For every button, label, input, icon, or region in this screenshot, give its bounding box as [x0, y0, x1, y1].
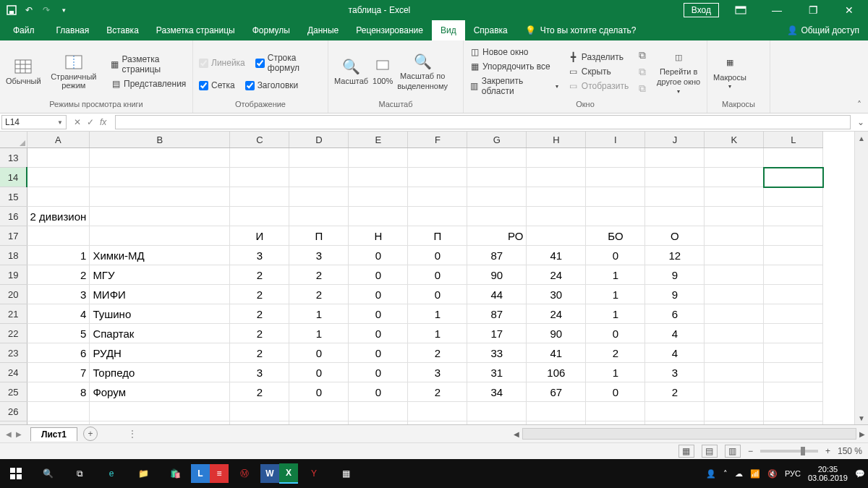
signin-button[interactable]: Вход	[684, 3, 719, 17]
cell-C26[interactable]	[230, 402, 289, 421]
cell-L19[interactable]	[764, 265, 823, 285]
reset-position-icon[interactable]: ⧉	[639, 82, 646, 95]
cell-H14[interactable]	[527, 168, 586, 187]
tab-Формулы[interactable]: Формулы	[244, 20, 299, 40]
cell-C20[interactable]: 2	[230, 285, 289, 304]
yandex-icon[interactable]: Y	[298, 459, 330, 488]
tab-Вставка[interactable]: Вставка	[98, 20, 148, 40]
zoom-100[interactable]: 100%	[373, 58, 393, 85]
select-all[interactable]	[0, 132, 27, 148]
col-header-G[interactable]: G	[467, 132, 527, 148]
wifi-icon[interactable]: 📶	[750, 469, 760, 479]
vertical-scrollbar[interactable]: ▲▼	[854, 132, 868, 424]
cell-H20[interactable]: 30	[527, 285, 586, 304]
cell-C17[interactable]: И	[230, 226, 289, 246]
cell-E17[interactable]: Н	[349, 226, 408, 246]
undo-icon[interactable]: ↶	[23, 4, 35, 16]
view-side-by-side-icon[interactable]: ⧉	[639, 49, 646, 61]
cell-E21[interactable]: 0	[349, 304, 408, 324]
col-header-H[interactable]: H	[527, 132, 586, 148]
cell-L26[interactable]	[764, 402, 823, 421]
add-sheet-icon[interactable]: +	[83, 427, 98, 441]
row-header-22[interactable]: 22	[0, 324, 27, 343]
cell-J21[interactable]: 6	[645, 304, 705, 324]
col-header-I[interactable]: I	[586, 132, 645, 148]
tab-Данные[interactable]: Данные	[299, 20, 347, 40]
cell-D26[interactable]	[289, 402, 349, 421]
cell-L15[interactable]	[764, 187, 823, 207]
sheet-tab[interactable]: Лист1	[30, 427, 77, 441]
tab-Разметка страницы[interactable]: Разметка страницы	[148, 20, 244, 40]
cell-L13[interactable]	[764, 148, 823, 168]
cell-F15[interactable]	[408, 187, 467, 207]
tab-Рецензирование[interactable]: Рецензирование	[347, 20, 432, 40]
formula-input[interactable]	[115, 115, 851, 129]
cell-F14[interactable]	[408, 168, 467, 187]
cell-I22[interactable]: 0	[586, 324, 645, 343]
cell-J20[interactable]: 9	[645, 285, 705, 304]
cell-I19[interactable]: 1	[586, 265, 645, 285]
cell-C21[interactable]: 2	[230, 304, 289, 324]
chk-gridlines[interactable]: Сетка	[199, 80, 235, 90]
cancel-icon[interactable]: ✕	[74, 117, 81, 127]
cell-L18[interactable]	[764, 246, 823, 265]
col-header-F[interactable]: F	[408, 132, 467, 148]
cell-C18[interactable]: 3	[230, 246, 289, 265]
fx-icon[interactable]: fx	[100, 117, 106, 127]
cell-I25[interactable]: 0	[586, 382, 645, 402]
cell-A13[interactable]	[27, 148, 90, 168]
cell-E13[interactable]	[349, 148, 408, 168]
cell-A23[interactable]: 6	[27, 343, 90, 363]
cell-D15[interactable]	[289, 187, 349, 207]
tab-Справка[interactable]: Справка	[465, 20, 516, 40]
cell-C14[interactable]	[230, 168, 289, 187]
cell-K15[interactable]	[705, 187, 764, 207]
cell-K22[interactable]	[705, 324, 764, 343]
cell-G22[interactable]: 17	[467, 324, 527, 343]
cell-H26[interactable]	[527, 402, 586, 421]
cell-G16[interactable]	[467, 207, 527, 226]
col-header-E[interactable]: E	[349, 132, 408, 148]
cell-B13[interactable]	[90, 148, 230, 168]
clock[interactable]: 20:3503.06.2019	[808, 465, 848, 482]
cell-J23[interactable]: 4	[645, 343, 705, 363]
cell-L25[interactable]	[764, 382, 823, 402]
volume-icon[interactable]: 🔇	[767, 469, 778, 479]
zoom-level[interactable]: 150 %	[838, 446, 862, 456]
cell-K19[interactable]	[705, 265, 764, 285]
cell-D13[interactable]	[289, 148, 349, 168]
cell-H18[interactable]: 41	[527, 246, 586, 265]
cell-E22[interactable]: 0	[349, 324, 408, 343]
zoom-selection[interactable]: 🔍Масштаб повыделенному	[397, 53, 448, 90]
start-icon[interactable]	[0, 459, 32, 488]
zoom-slider[interactable]	[760, 450, 818, 453]
cell-E20[interactable]: 0	[349, 285, 408, 304]
cell-E25[interactable]: 0	[349, 382, 408, 402]
cell-I17[interactable]: БО	[586, 226, 645, 246]
cell-A25[interactable]: 8	[27, 382, 90, 402]
cell-F24[interactable]: 3	[408, 363, 467, 382]
cell-L16[interactable]	[764, 207, 823, 226]
cell-L17[interactable]	[764, 226, 823, 246]
cell-K20[interactable]	[705, 285, 764, 304]
collapse-ribbon-icon[interactable]: ˄	[851, 40, 868, 113]
chk-ruler[interactable]: Линейка	[199, 53, 245, 73]
cell-G13[interactable]	[467, 148, 527, 168]
cell-G25[interactable]: 34	[467, 382, 527, 402]
cell-H16[interactable]	[527, 207, 586, 226]
cell-A19[interactable]: 2	[27, 265, 90, 285]
cell-F20[interactable]: 0	[408, 285, 467, 304]
cell-D20[interactable]: 2	[289, 285, 349, 304]
sync-scroll-icon[interactable]: ⧉	[639, 66, 646, 78]
cell-G19[interactable]: 90	[467, 265, 527, 285]
cell-F19[interactable]: 0	[408, 265, 467, 285]
chk-headings[interactable]: Заголовки	[245, 80, 299, 90]
cell-J18[interactable]: 12	[645, 246, 705, 265]
split-window[interactable]: ╋Разделить	[569, 52, 629, 62]
view-page-break[interactable]: Страничный режим	[44, 53, 103, 90]
cell-A16[interactable]: 2 дивизион	[27, 207, 90, 226]
cell-C24[interactable]: 3	[230, 363, 289, 382]
excel-icon[interactable]: X	[279, 463, 298, 484]
edge-icon[interactable]: e	[95, 459, 127, 488]
cell-I20[interactable]: 1	[586, 285, 645, 304]
